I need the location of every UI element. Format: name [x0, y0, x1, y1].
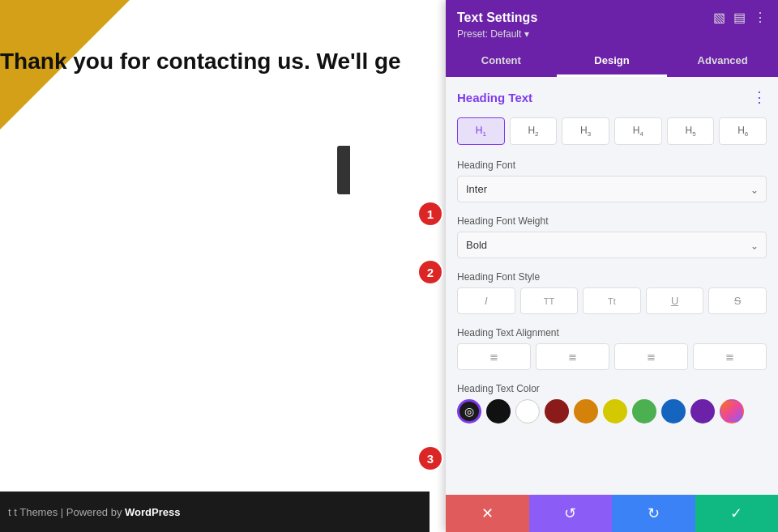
align-left-button[interactable]: ≣ [457, 343, 531, 370]
panel-footer: ✕ ↺ ↻ ✓ [446, 495, 778, 532]
columns-icon[interactable]: ▤ [733, 10, 746, 25]
color-white-swatch[interactable] [515, 399, 540, 423]
heading-font-select[interactable]: Inter [457, 176, 767, 202]
heading-text-color-label: Heading Text Color [457, 383, 767, 394]
color-gradient-swatch[interactable] [720, 399, 744, 423]
heading-font-weight-label: Heading Font Weight [457, 215, 767, 227]
text-settings-panel: Text Settings ▧ ▤ ⋮ Preset: Default ▾ Co… [446, 0, 778, 532]
responsive-icon[interactable]: ▧ [713, 10, 725, 25]
color-yellow-swatch[interactable] [603, 399, 627, 423]
capitalize-button[interactable]: Tt [583, 287, 641, 314]
color-red-swatch[interactable] [545, 399, 569, 423]
strikethrough-button[interactable]: S [708, 287, 767, 314]
color-green-swatch[interactable] [632, 399, 656, 423]
heading-font-style-group: Heading Font Style I TT Tt U S [457, 271, 767, 314]
panel-title: Text Settings [457, 11, 537, 25]
cancel-button[interactable]: ✕ [446, 495, 529, 532]
redo-button[interactable]: ↻ [612, 495, 695, 532]
heading-font-weight-group: Heading Font Weight Bold [457, 215, 767, 258]
panel-header-icons: ▧ ▤ ⋮ [713, 10, 767, 25]
heading-font-weight-select[interactable]: Bold [457, 232, 767, 258]
color-orange-swatch[interactable] [574, 399, 598, 423]
heading-level-selector: H1 H2 H3 H4 H5 H6 [457, 117, 767, 145]
heading-font-group: Heading Font Inter [457, 160, 767, 202]
step-badge-2: 2 [417, 259, 443, 285]
panel-tabs: Content Design Advanced [446, 46, 778, 77]
step-badge-1: 1 [417, 201, 443, 227]
page-main-text: Thank you for contacting us. We'll ge [0, 49, 401, 74]
panel-resize-handle[interactable] [337, 146, 350, 194]
footer-text: t t Themes | Powered by WordPress [8, 506, 180, 518]
section-options-icon[interactable]: ⋮ [752, 88, 767, 106]
align-right-button[interactable]: ≣ [614, 343, 688, 370]
step-badge-3: 3 [417, 445, 443, 471]
heading-text-alignment-buttons: ≣ ≣ ≣ ≣ [457, 343, 767, 370]
panel-preset[interactable]: Preset: Default ▾ [457, 28, 767, 40]
heading-h5-button[interactable]: H5 [667, 117, 715, 145]
color-black-swatch[interactable] [486, 399, 511, 423]
heading-h3-button[interactable]: H3 [562, 117, 609, 145]
color-blue-swatch[interactable] [661, 399, 686, 423]
italic-button[interactable]: I [457, 287, 515, 314]
panel-body: Heading Text ⋮ H1 H2 H3 H4 H5 H6 Heading… [446, 77, 778, 495]
uppercase-button[interactable]: TT [520, 287, 579, 314]
heading-font-weight-select-wrapper: Bold [457, 232, 767, 258]
heading-h6-button[interactable]: H6 [719, 117, 767, 145]
tab-design[interactable]: Design [557, 46, 668, 77]
undo-button[interactable]: ↺ [529, 495, 613, 532]
color-purple-swatch[interactable] [690, 399, 715, 423]
panel-header-top: Text Settings ▧ ▤ ⋮ [457, 10, 767, 25]
heading-text-color-group: Heading Text Color ◎ [457, 383, 767, 423]
section-header: Heading Text ⋮ [457, 88, 767, 106]
heading-h1-button[interactable]: H1 [457, 117, 505, 145]
more-options-icon[interactable]: ⋮ [754, 10, 767, 25]
heading-h2-button[interactable]: H2 [510, 117, 558, 145]
underline-button[interactable]: U [646, 287, 704, 314]
heading-font-select-wrapper: Inter [457, 176, 767, 202]
section-title: Heading Text [457, 91, 532, 104]
align-center-button[interactable]: ≣ [536, 343, 609, 370]
confirm-button[interactable]: ✓ [695, 495, 779, 532]
eyedropper-button[interactable]: ◎ [457, 399, 481, 423]
page-footer-bar: t t Themes | Powered by WordPress [0, 492, 430, 532]
tab-advanced[interactable]: Advanced [667, 46, 778, 77]
heading-text-alignment-label: Heading Text Alignment [457, 327, 767, 338]
color-swatches-row: ◎ [457, 399, 767, 423]
panel-header: Text Settings ▧ ▤ ⋮ Preset: Default ▾ [446, 0, 778, 46]
heading-font-style-buttons: I TT Tt U S [457, 287, 767, 314]
tab-content[interactable]: Content [446, 46, 557, 77]
heading-text-alignment-group: Heading Text Alignment ≣ ≣ ≣ ≣ [457, 327, 767, 370]
background-area: Thank you for contacting us. We'll ge t … [0, 0, 430, 532]
align-justify-button[interactable]: ≣ [693, 343, 767, 370]
heading-h4-button[interactable]: H4 [614, 117, 662, 145]
heading-font-label: Heading Font [457, 160, 767, 171]
heading-font-style-label: Heading Font Style [457, 271, 767, 283]
